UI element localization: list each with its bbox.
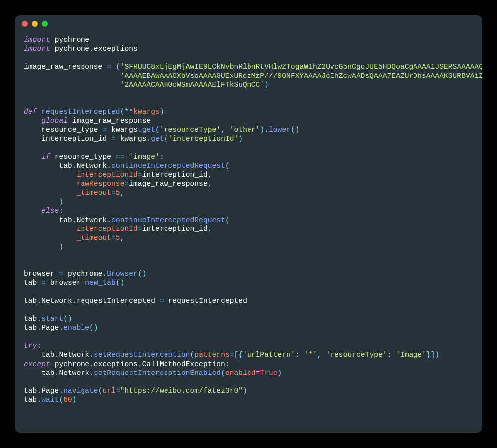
raw-string-2: 'AAAAEBAwAAACXbVsoAAAAGUExURczMzP///9ONF…: [120, 72, 482, 80]
raw-string-1: 'SFRUUC8xLjEgMjAwIE9LCkNvbnRlbnRtVHlwZTo…: [120, 63, 482, 71]
func-name: requestIntercepted: [41, 108, 120, 116]
raw-string-3: '2AAAAACAAH0cWSmAAAAAElFTkSuQmCC': [120, 81, 264, 89]
navigate-url: "https://weibo.com/fatez3r0": [120, 387, 243, 395]
code-window: import pychrome import pychrome.exceptio…: [15, 15, 482, 433]
titlebar: [15, 15, 482, 32]
wait-seconds: 60: [63, 396, 72, 404]
maximize-icon[interactable]: [42, 21, 48, 27]
code-area: import pychrome import pychrome.exceptio…: [15, 32, 482, 413]
close-icon[interactable]: [22, 21, 28, 27]
global-var: image_raw_response: [72, 117, 151, 125]
minimize-icon[interactable]: [32, 21, 38, 27]
